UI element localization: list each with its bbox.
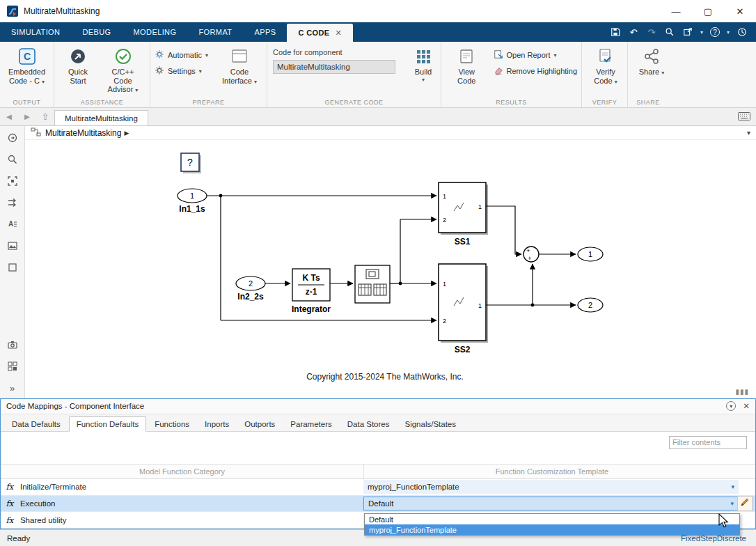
- inport-label: In1_1s: [179, 204, 205, 214]
- tab-modeling[interactable]: MODELING: [123, 22, 188, 42]
- template-combobox[interactable]: myproj_FunctionTemplate ▾: [363, 480, 739, 494]
- chevron-down-icon: ▾: [615, 79, 617, 85]
- tab-simulation[interactable]: SIMULATION: [0, 22, 71, 42]
- camera-icon[interactable]: [6, 338, 19, 351]
- mouse-cursor: [718, 513, 730, 531]
- back-icon[interactable]: ◄: [0, 108, 18, 125]
- integrator-block[interactable]: K Ts z-1 Integrator: [292, 269, 331, 314]
- open-report-button[interactable]: Open Report ▾: [494, 49, 578, 61]
- close-icon[interactable]: ✕: [724, 0, 756, 22]
- subsystem-ss2[interactable]: 1 2 1 SS2: [439, 264, 488, 354]
- zoom-icon[interactable]: [6, 153, 19, 166]
- sync-icon[interactable]: [737, 26, 748, 38]
- share-button[interactable]: Share ▾: [632, 45, 671, 78]
- automatic-icon: [155, 49, 164, 61]
- tab-format[interactable]: FORMAT: [187, 22, 243, 42]
- view-code-button[interactable]: View Code: [446, 45, 488, 86]
- ribbon-tab-strip: SIMULATION DEBUG MODELING FORMAT APPS C …: [0, 22, 756, 42]
- tab-signals-states[interactable]: Signals/States: [398, 417, 464, 431]
- tab-data-stores[interactable]: Data Stores: [340, 417, 397, 431]
- edit-template-button[interactable]: [737, 496, 753, 511]
- chevron-down-icon[interactable]: ▾: [727, 29, 730, 36]
- tab-data-defaults[interactable]: Data Defaults: [5, 417, 68, 431]
- verify-code-icon: [597, 47, 614, 66]
- code-interface-label: Code Interface: [222, 68, 252, 85]
- dock-bars-icon[interactable]: ▮▮▮: [735, 388, 749, 396]
- question-block[interactable]: ?: [181, 153, 201, 173]
- sum-block[interactable]: + +: [523, 247, 539, 262]
- close-panel-icon[interactable]: ✕: [743, 401, 750, 411]
- tab-apps[interactable]: APPS: [243, 22, 287, 42]
- explorer-toggle-icon[interactable]: [6, 132, 19, 144]
- section-label-prepare: PREPARE: [150, 99, 267, 106]
- tab-debug[interactable]: DEBUG: [71, 22, 122, 42]
- filter-contents-input[interactable]: [669, 436, 747, 449]
- forward-icon[interactable]: ►: [18, 108, 36, 125]
- integrator-numerator: K Ts: [302, 273, 320, 283]
- tab-close-icon[interactable]: ✕: [336, 29, 342, 38]
- tab-function-defaults[interactable]: Function Defaults: [69, 416, 147, 432]
- tab-parameters[interactable]: Parameters: [283, 417, 338, 431]
- category-label: Initialize/Terminate: [19, 483, 363, 491]
- model-canvas[interactable]: ? 1 In1_1s 2 In2_2s: [25, 140, 756, 398]
- breadcrumb-dropdown-icon[interactable]: ▾: [747, 129, 750, 136]
- tab-functions[interactable]: Functions: [148, 417, 196, 431]
- collapse-panel-icon[interactable]: ▾: [726, 401, 736, 411]
- outport-out2[interactable]: 2: [578, 298, 603, 312]
- build-icon: [415, 47, 432, 66]
- table-row-initialize-terminate[interactable]: fx Initialize/Terminate myproj_FunctionT…: [1, 479, 755, 496]
- window-title: MultirateMultitasking: [24, 6, 100, 16]
- view-code-label: View Code: [448, 68, 485, 85]
- component-name-input[interactable]: [273, 60, 395, 74]
- redo-icon[interactable]: ↷: [646, 26, 657, 38]
- document-tab[interactable]: MultirateMultitasking: [54, 110, 148, 125]
- build-button[interactable]: Build ▾: [404, 45, 443, 84]
- up-icon[interactable]: ⇧: [36, 108, 54, 125]
- viewmarks-icon[interactable]: [6, 360, 19, 373]
- chevron-down-icon[interactable]: ▾: [700, 29, 703, 36]
- settings-button[interactable]: Settings ▾: [155, 65, 208, 77]
- image-icon[interactable]: [6, 240, 19, 252]
- quick-start-button[interactable]: Quick Start: [58, 45, 97, 86]
- verify-code-button[interactable]: Verify Code ▾: [586, 45, 625, 86]
- rate-transition-block[interactable]: [355, 265, 390, 303]
- dropdown-option-default[interactable]: Default: [365, 514, 739, 524]
- dropdown-option-myproj[interactable]: myproj_FunctionTemplate: [365, 524, 739, 535]
- area-icon[interactable]: [6, 261, 19, 274]
- column-header-category: Model Function Category: [1, 465, 364, 478]
- more-icon[interactable]: »: [6, 382, 19, 394]
- help-icon[interactable]: ?: [710, 27, 720, 37]
- tab-inports[interactable]: Inports: [198, 417, 236, 431]
- check-circle-icon: [115, 47, 132, 66]
- inport-in1[interactable]: 1 In1_1s: [178, 189, 207, 214]
- code-advisor-button[interactable]: C/C++ Code Advisor ▾: [100, 45, 145, 95]
- section-prepare: Automatic ▾ Settings ▾ Code Interface ▾ …: [150, 42, 267, 107]
- fit-to-view-icon[interactable]: [6, 175, 19, 187]
- breadcrumb-model-name[interactable]: MultirateMultitasking: [45, 128, 121, 138]
- remove-highlighting-label: Remove Highlighting: [507, 67, 578, 75]
- code-for-component-label: Code for component: [273, 48, 395, 56]
- section-verify: Verify Code ▾ VERIFY: [582, 42, 628, 107]
- save-icon[interactable]: [610, 26, 621, 38]
- route-icon[interactable]: [6, 196, 19, 209]
- remove-highlighting-button[interactable]: Remove Highlighting: [494, 65, 578, 77]
- inport-in2[interactable]: 2 In2_2s: [236, 276, 265, 302]
- embedded-code-button[interactable]: C Embedded Code - C ▾: [4, 45, 49, 86]
- search-icon[interactable]: [664, 26, 675, 38]
- code-interface-icon: [230, 47, 249, 66]
- annotation-icon[interactable]: A: [6, 218, 19, 231]
- run-export-icon[interactable]: [682, 26, 693, 38]
- keyboard-icon[interactable]: [738, 111, 750, 123]
- automatic-button[interactable]: Automatic ▾: [155, 49, 208, 61]
- template-combobox-open[interactable]: Default ▾: [363, 497, 739, 510]
- maximize-icon[interactable]: ▢: [692, 0, 724, 22]
- tab-c-code[interactable]: C CODE ✕: [287, 24, 353, 42]
- outport-number: 1: [588, 250, 592, 258]
- code-interface-button[interactable]: Code Interface ▾: [216, 45, 262, 86]
- minimize-icon[interactable]: —: [660, 0, 692, 22]
- tab-outports[interactable]: Outports: [237, 417, 282, 431]
- undo-icon[interactable]: ↶: [628, 26, 639, 38]
- table-row-execution[interactable]: fx Execution Default ▾: [1, 496, 755, 513]
- subsystem-ss1[interactable]: 1 2 1 SS1: [439, 182, 488, 247]
- outport-out1[interactable]: 1: [578, 247, 603, 261]
